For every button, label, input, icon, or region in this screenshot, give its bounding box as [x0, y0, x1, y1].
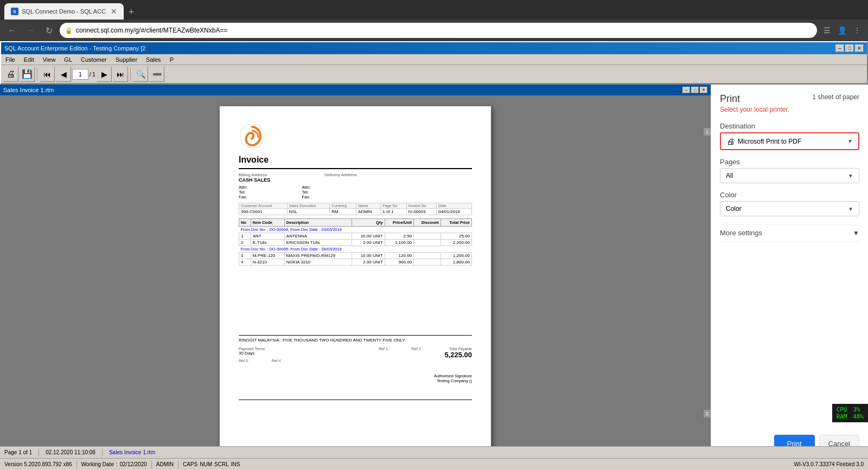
app-title: SQL Account Enterprise Edition - Testing… — [4, 45, 835, 51]
app-window: SQL Account Enterprise Edition - Testing… — [0, 41, 868, 85]
app-titlebar: SQL Account Enterprise Edition - Testing… — [1, 42, 867, 54]
item2-price: 1,100.00 — [385, 240, 414, 246]
item1-qty: 10.00 UNIT — [352, 233, 385, 240]
forward-button[interactable]: → — [23, 23, 38, 38]
item1-total: 25.00 — [441, 233, 471, 240]
firebird-version: WI-V3.0.7.33374 Firebird 3.0 — [794, 461, 864, 467]
more-settings-row[interactable]: More settings ▼ — [720, 224, 859, 242]
destination-value: Microsoft Print to PDF — [738, 138, 801, 145]
profile-button[interactable]: 👤 — [835, 24, 848, 37]
invoice-logo — [239, 123, 472, 151]
total-payable-amount: 5,225.00 — [444, 351, 472, 359]
report-close-button[interactable]: ✕ — [700, 87, 707, 93]
cpu-label: CPU — [837, 406, 847, 413]
item4-code: N-3210 — [251, 259, 284, 266]
currency-value: RM — [330, 209, 356, 215]
more-settings-label: More settings — [720, 229, 762, 237]
menu-button[interactable]: ⋮ — [851, 24, 864, 37]
color-select[interactable]: Color ▼ — [720, 201, 859, 216]
fax-left: Fax: — [239, 195, 247, 199]
color-label: Color — [720, 191, 859, 199]
report-minimize-button[interactable]: ─ — [682, 87, 690, 93]
datetime-status: 02.12.2020 11:10:08 — [46, 449, 95, 455]
preview-area: 1 2 Invoice Bill — [0, 95, 711, 461]
menu-file[interactable]: File — [1, 54, 20, 65]
attn-left: Attn: — [239, 185, 247, 190]
search-button[interactable]: 🔍 — [133, 67, 148, 82]
extensions-button[interactable]: ☰ — [820, 24, 833, 37]
menu-sales[interactable]: Sales — [142, 54, 165, 65]
auth-signature-label: Authorised Signature — [239, 374, 472, 378]
invoice-header-table: Customer Account Sales Executive Currenc… — [239, 203, 472, 215]
tab-close-icon[interactable]: ✕ — [111, 7, 117, 16]
app-menu-bar: File Edit View GL Customer Supplier Sale… — [1, 54, 867, 65]
menu-customer[interactable]: Customer — [76, 54, 111, 65]
tab-title: SQL Connect Demo - SQL ACC — [22, 8, 107, 15]
item3-code: M-PRE-120 — [251, 253, 284, 259]
browser-tab-active[interactable]: S SQL Connect Demo - SQL ACC ✕ — [4, 3, 124, 20]
reload-button[interactable]: ↻ — [41, 23, 56, 38]
caps-status: CAPS — [183, 461, 197, 467]
ram-label: RAM — [837, 413, 847, 420]
browser-chrome: S SQL Connect Demo - SQL ACC ✕ + ← → ↻ 🔒… — [0, 0, 868, 41]
item1-no: 1 — [239, 233, 251, 240]
item3-no: 3 — [239, 253, 251, 259]
color-chevron-icon: ▼ — [848, 206, 853, 212]
ram-row: RAM 48% — [837, 413, 864, 420]
menu-edit[interactable]: Edit — [20, 54, 39, 65]
pages-setting: Pages All ▼ — [720, 158, 859, 183]
page-number-indicator-1: 1 — [704, 128, 711, 136]
working-date-label: Working Date — [81, 461, 114, 467]
page-number-input[interactable] — [72, 69, 88, 80]
num-status: NUM — [200, 461, 212, 467]
last-page-button[interactable]: ⏭ — [113, 67, 128, 82]
next-page-button[interactable]: ▶ — [97, 67, 112, 82]
report-maximize-button[interactable]: □ — [691, 87, 699, 93]
destination-label: Destination — [720, 122, 859, 130]
item1-desc: ANTENNA — [284, 233, 352, 240]
item3-total: 1,200.00 — [441, 253, 471, 259]
menu-gl[interactable]: GL — [60, 54, 76, 65]
customer-account-value: 300-C0001 — [239, 209, 288, 215]
menu-more[interactable]: P — [165, 54, 178, 65]
prev-page-button[interactable]: ◀ — [56, 67, 71, 82]
item3-desc: MAXIS PREPAID-RM129 — [284, 253, 352, 259]
company-name: Testing Company () — [239, 378, 472, 383]
destination-select[interactable]: 🖨 Microsoft Print to PDF ▼ — [720, 132, 859, 150]
first-page-button[interactable]: ⏮ — [40, 67, 55, 82]
app-maximize-button[interactable]: □ — [845, 44, 854, 52]
working-date-value: 02/12/2020 — [120, 461, 147, 467]
payment-terms-value: 30 Days — [239, 351, 379, 356]
invoice-no-value: IV-00003 — [406, 209, 436, 215]
pages-select[interactable]: All ▼ — [720, 168, 859, 183]
item4-total: 1,800.00 — [441, 259, 471, 266]
fax-right: Fax: — [302, 195, 310, 199]
item1-discount — [414, 233, 441, 240]
contact-rows: Attn: Tel: Fax: Attn: Tel: Fax: — [239, 185, 472, 199]
date-value: 04/01/2018 — [436, 209, 471, 215]
menu-supplier[interactable]: Supplier — [111, 54, 142, 65]
zoom-out-button[interactable]: ➖ — [149, 67, 164, 82]
app-minimize-button[interactable]: ─ — [835, 44, 844, 52]
item3-price: 120.00 — [385, 253, 414, 259]
item2-qty: 2.00 UNIT — [352, 240, 385, 246]
app-close-button[interactable]: ✕ — [855, 44, 864, 52]
app-toolbar: 🖨 💾 ⏮ ◀ / 1 ▶ ⏭ 🔍 ➖ — [1, 65, 867, 83]
save-button[interactable]: 💾 — [20, 67, 35, 82]
report-link[interactable]: Sales Invoice 1.rtm — [109, 449, 155, 455]
address-input[interactable] — [76, 27, 812, 34]
browser-toolbar: ← → ↻ 🔒 ☰ 👤 ⋮ — [0, 20, 868, 41]
amount-words: RINGGIT MALAYSIA : FIVE THOUSAND TWO HUN… — [239, 338, 472, 343]
new-tab-button[interactable]: + — [124, 4, 139, 20]
menu-view[interactable]: View — [39, 54, 60, 65]
payment-terms-label: Payment Terms : — [239, 347, 379, 351]
back-button[interactable]: ← — [4, 23, 20, 38]
version-info: Version 5.2020.893.792 x86 — [4, 461, 72, 467]
page-no-value: 1 of 1 — [381, 209, 406, 215]
pages-chevron-icon: ▼ — [848, 173, 853, 179]
invoice-items-table: No Item Code Description Qty Price/Unit … — [239, 218, 472, 266]
tel-right: Tel: — [302, 190, 310, 195]
print-toolbar-button[interactable]: 🖨 — [3, 67, 18, 82]
tab-favicon: S — [11, 8, 18, 15]
delivery-address-block: Delivery Address — [324, 172, 357, 183]
